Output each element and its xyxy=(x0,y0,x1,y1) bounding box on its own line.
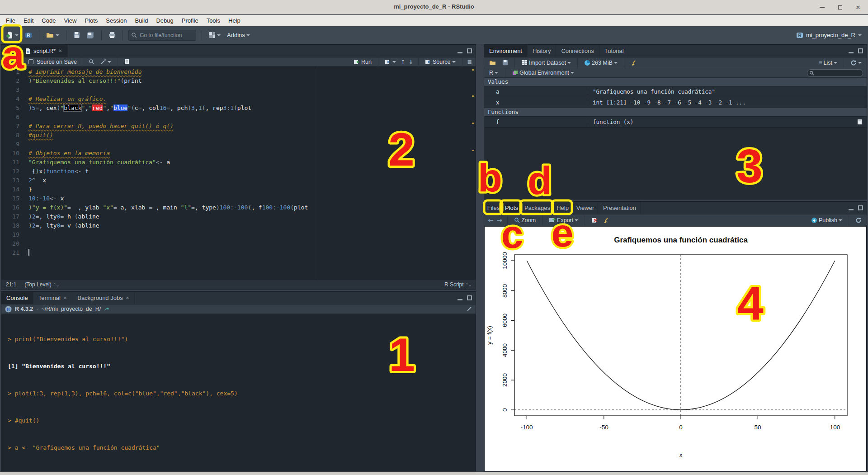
menu-item-edit[interactable]: Edit xyxy=(19,16,38,25)
code-line[interactable]: 6 xyxy=(1,113,476,122)
code-line[interactable]: 16)"y = f(x)"= , ylab "x"= a, xlab = , m… xyxy=(1,203,476,212)
code-line[interactable]: 4# Realizar un gráfico. xyxy=(1,95,476,104)
maximize-pane-icon[interactable] xyxy=(467,48,472,53)
code-line[interactable]: 21 xyxy=(1,248,476,257)
code-line[interactable]: 1# Imprimir mensaje de bienvenida xyxy=(1,67,476,76)
source-up-icon[interactable]: ↑ xyxy=(401,58,405,65)
menu-item-view[interactable]: View xyxy=(60,16,80,25)
tab-connections[interactable]: Connections xyxy=(556,45,599,57)
tab-help[interactable]: Help xyxy=(554,202,572,214)
project-menu-button[interactable]: R mi_proyecto_de_R xyxy=(796,32,863,39)
memory-usage-button[interactable]: 263 MiB xyxy=(583,58,619,67)
tab-history[interactable]: History xyxy=(528,45,556,57)
tab-plots[interactable]: Plots xyxy=(502,202,521,214)
code-line[interactable]: 1510:-10<- x xyxy=(1,194,476,203)
tab-packages[interactable]: Packages xyxy=(522,202,553,214)
goto-file-input[interactable] xyxy=(128,30,196,41)
code-line[interactable]: 132^ x xyxy=(1,176,476,185)
code-line[interactable]: 2)"Bienvenides al curso!!!"(print xyxy=(1,76,476,86)
code-line[interactable]: 14} xyxy=(1,185,476,194)
close-icon[interactable]: ✕ xyxy=(63,295,67,300)
clear-plots-button[interactable] xyxy=(602,216,611,225)
menu-item-build[interactable]: Build xyxy=(131,16,152,25)
open-file-button[interactable] xyxy=(45,30,61,40)
minimize-pane-icon[interactable] xyxy=(849,205,854,210)
menu-item-debug[interactable]: Debug xyxy=(152,16,177,25)
minimize-pane-icon[interactable] xyxy=(458,48,462,53)
refresh-button[interactable] xyxy=(849,58,863,67)
code-line[interactable]: 8#quit() xyxy=(1,131,476,140)
code-line[interactable]: 5)5=, cex)"black","red","blue"(c=, col16… xyxy=(1,104,476,113)
code-tools-button[interactable] xyxy=(99,57,113,66)
load-workspace-button[interactable] xyxy=(488,58,498,67)
export-plot-button[interactable]: Export xyxy=(547,216,580,225)
code-line[interactable]: 12 {)x(function<- f xyxy=(1,167,476,176)
restore-button[interactable] xyxy=(836,4,844,11)
code-line[interactable]: 20 xyxy=(1,239,476,248)
previous-plot-icon[interactable]: ← xyxy=(488,216,494,224)
maximize-pane-icon[interactable] xyxy=(467,295,472,300)
tab-console[interactable]: Console xyxy=(1,292,33,304)
clear-environment-button[interactable] xyxy=(629,58,638,67)
view-function-icon[interactable] xyxy=(857,119,862,126)
refresh-plot-button[interactable] xyxy=(854,216,863,225)
new-file-button[interactable] xyxy=(5,30,20,40)
code-line[interactable]: 18)2=, lty0= v (abline xyxy=(1,221,476,230)
code-line[interactable]: 19 xyxy=(1,230,476,239)
maximize-pane-icon[interactable] xyxy=(858,48,863,53)
language-selector[interactable]: R xyxy=(488,68,500,77)
code-line[interactable]: 7# Para cerrar R, puedo hacer quit() ó q… xyxy=(1,122,476,131)
find-replace-button[interactable] xyxy=(87,57,96,66)
scope-selector[interactable]: (Top Level) ⌃⌄ xyxy=(24,281,59,288)
rerun-button[interactable] xyxy=(383,58,397,66)
compile-report-button[interactable] xyxy=(123,57,131,66)
workspace-panes-button[interactable] xyxy=(208,30,222,40)
scope-selector[interactable]: Global Environment xyxy=(511,68,576,77)
close-icon[interactable]: ✕ xyxy=(58,48,62,53)
addins-button[interactable]: Addins xyxy=(226,30,251,40)
document-outline-icon[interactable]: ≣ xyxy=(467,58,472,65)
save-button[interactable] xyxy=(72,30,81,40)
environment-search-input[interactable] xyxy=(807,69,863,77)
popout-button[interactable] xyxy=(5,57,14,66)
tab-tutorial[interactable]: Tutorial xyxy=(599,45,629,57)
menu-item-file[interactable]: File xyxy=(2,16,19,25)
tab-environment[interactable]: Environment xyxy=(484,45,528,57)
file-type-selector[interactable]: R Script ⌃⌄ xyxy=(444,281,471,288)
minimize-button[interactable] xyxy=(818,4,826,11)
console-options-icon[interactable] xyxy=(467,306,472,312)
print-button[interactable] xyxy=(107,30,117,40)
tab-files[interactable]: Files xyxy=(486,202,501,214)
display-mode-button[interactable]: ≡ List xyxy=(817,58,839,67)
env-row-x[interactable]: x int [1:21] -10 -9 -8 -7 -6 -5 -4 -3 -2… xyxy=(484,97,867,108)
import-dataset-button[interactable]: Import Dataset xyxy=(520,58,572,67)
goto-directory-icon[interactable] xyxy=(104,307,109,311)
remove-plot-button[interactable] xyxy=(590,216,599,224)
source-on-save-checkbox[interactable] xyxy=(28,59,33,64)
save-file-button[interactable] xyxy=(17,57,25,66)
menu-item-session[interactable]: Session xyxy=(102,16,131,25)
menu-item-plots[interactable]: Plots xyxy=(80,16,102,25)
maximize-pane-icon[interactable] xyxy=(858,205,863,210)
next-plot-icon[interactable]: → xyxy=(497,216,503,224)
console-output[interactable]: > print("Bienvenides al curso!!!") [1] "… xyxy=(1,314,476,475)
code-editor[interactable]: 1# Imprimir mensaje de bienvenida 2)"Bie… xyxy=(1,66,476,280)
minimize-pane-icon[interactable] xyxy=(458,295,462,300)
publish-button[interactable]: Publish xyxy=(810,216,844,225)
code-line[interactable]: 17)2=, lty0= h (abline xyxy=(1,212,476,221)
zoom-plot-button[interactable]: Zoom xyxy=(513,216,537,225)
save-workspace-button[interactable] xyxy=(501,58,509,67)
source-button[interactable]: Source xyxy=(424,57,457,66)
source-down-icon[interactable]: ↓ xyxy=(408,58,413,65)
tab-terminal[interactable]: Terminal✕ xyxy=(33,292,73,304)
new-project-button[interactable]: R xyxy=(24,30,33,40)
tab-background-jobs[interactable]: Background Jobs✕ xyxy=(72,292,135,304)
code-line[interactable]: 9 xyxy=(1,140,476,149)
code-line[interactable]: 10# Objetos en la memoria xyxy=(1,149,476,158)
menu-item-code[interactable]: Code xyxy=(38,16,60,25)
minimize-pane-icon[interactable] xyxy=(849,48,854,53)
code-line[interactable]: 11"Grafiquemos una función cuadrática"<-… xyxy=(1,158,476,167)
menu-item-tools[interactable]: Tools xyxy=(203,16,224,25)
run-button[interactable]: Run xyxy=(352,57,373,66)
env-row-a[interactable]: a "Grafiquemos una función cuadrática" xyxy=(484,86,867,97)
